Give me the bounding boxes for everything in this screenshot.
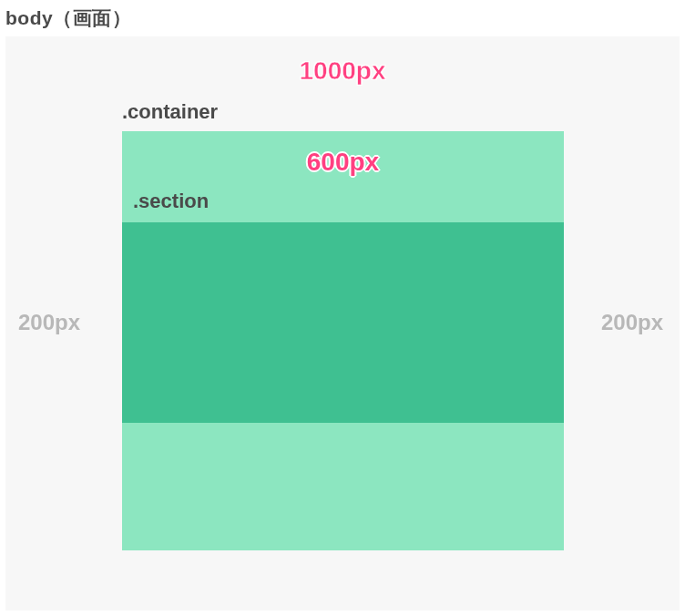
body-label: body（画面） xyxy=(5,5,131,31)
right-margin-label: 200px xyxy=(601,310,663,335)
outer-width-label: 1000px xyxy=(300,56,386,86)
inner-width-label: 600px xyxy=(307,148,379,177)
container-box: 600px .section xyxy=(122,131,564,550)
section-box xyxy=(122,222,564,423)
section-class-label: .section xyxy=(133,190,209,213)
container-class-label: .container xyxy=(122,100,218,124)
left-margin-label: 200px xyxy=(18,310,80,335)
body-area: 1000px .container 600px .section 200px 2… xyxy=(5,36,680,611)
